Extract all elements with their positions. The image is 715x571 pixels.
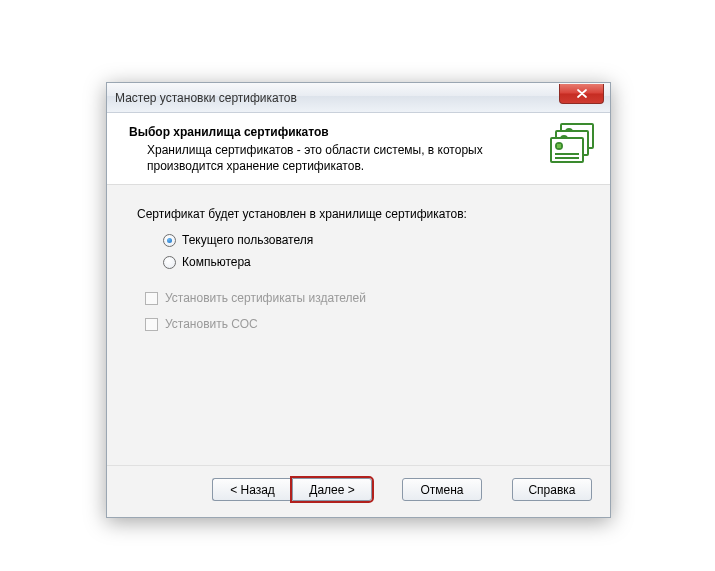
storage-radio-group: Текущего пользователя Компьютера (137, 233, 580, 269)
nav-button-pair: < Назад Далее > (212, 478, 372, 501)
footer: < Назад Далее > Отмена Справка (107, 465, 610, 517)
checkbox-icon (145, 318, 158, 331)
wizard-dialog: Мастер установки сертификатов Выбор хран… (106, 82, 611, 518)
radio-icon (163, 256, 176, 269)
back-button[interactable]: < Назад (212, 478, 292, 501)
cancel-button[interactable]: Отмена (402, 478, 482, 501)
checkbox-label: Установить СОС (165, 317, 258, 331)
checkbox-icon (145, 292, 158, 305)
radio-label: Текущего пользователя (182, 233, 313, 247)
radio-icon (163, 234, 176, 247)
header-panel: Выбор хранилища сертификатов Хранилища с… (107, 113, 610, 185)
intro-text: Сертификат будет установлен в хранилище … (137, 207, 580, 221)
radio-computer[interactable]: Компьютера (163, 255, 580, 269)
window-title: Мастер установки сертификатов (115, 91, 297, 105)
body-panel: Сертификат будет установлен в хранилище … (107, 185, 610, 465)
close-icon (577, 89, 587, 98)
checkbox-group: Установить сертификаты издателей Установ… (137, 291, 580, 331)
titlebar: Мастер установки сертификатов (107, 83, 610, 113)
header-title: Выбор хранилища сертификатов (129, 125, 598, 139)
radio-label: Компьютера (182, 255, 251, 269)
next-button[interactable]: Далее > (292, 478, 372, 501)
checkbox-install-crl: Установить СОС (145, 317, 580, 331)
header-description: Хранилища сертификатов - это области сис… (129, 142, 598, 174)
radio-current-user[interactable]: Текущего пользователя (163, 233, 580, 247)
certificate-icon (550, 123, 598, 167)
checkbox-install-publishers: Установить сертификаты издателей (145, 291, 580, 305)
checkbox-label: Установить сертификаты издателей (165, 291, 366, 305)
help-button[interactable]: Справка (512, 478, 592, 501)
close-button[interactable] (559, 84, 604, 104)
